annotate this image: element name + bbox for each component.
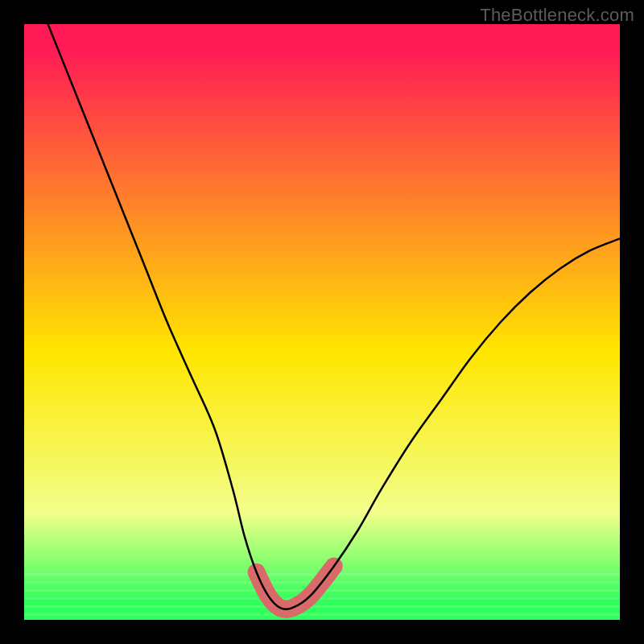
plot-background (24, 24, 620, 620)
gradient-band (24, 605, 620, 608)
gradient-band (24, 613, 620, 616)
chart-container: TheBottleneck.com (0, 0, 644, 644)
gradient-band (24, 597, 620, 600)
watermark-label: TheBottleneck.com (480, 5, 634, 26)
bottleneck-chart (0, 0, 644, 644)
